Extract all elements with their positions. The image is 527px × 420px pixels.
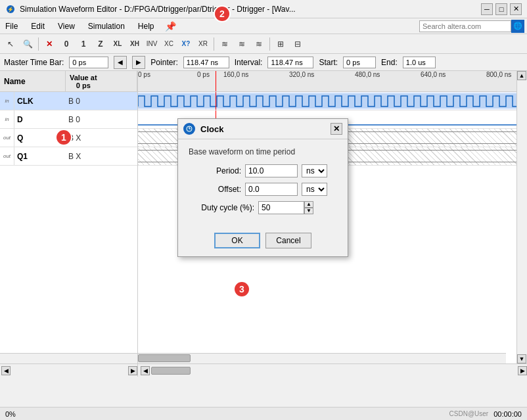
d-value: B 0	[66, 115, 80, 124]
close-button[interactable]: ✕	[510, 3, 522, 15]
app-icon: ⚡	[5, 4, 16, 14]
tb-btn-xr[interactable]: XR	[195, 36, 211, 52]
window-title: Simulation Waveform Editor - D:/FPGA/Dtr…	[20, 5, 481, 14]
ruler-640ns: 640,0 ns	[421, 71, 446, 78]
ruler-320ns: 320,0 ns	[289, 71, 314, 78]
tb-btn-inv[interactable]: INV	[144, 36, 160, 52]
status-bar: 0% CSDN@User 00:00:00	[0, 407, 527, 420]
dialog-body: Base waveform on time period Period: ns …	[178, 139, 348, 227]
signal-hscroll[interactable]	[0, 353, 137, 363]
tb-btn-x[interactable]: ✕	[41, 36, 57, 52]
pointer-value-input[interactable]	[183, 57, 229, 68]
tb-btn-z[interactable]: Z	[93, 36, 108, 52]
interval-label: Interval:	[235, 58, 263, 67]
status-percent: 0%	[5, 410, 16, 418]
ruler-480ns: 480,0 ns	[355, 71, 380, 78]
dialog-subtitle: Base waveform on time period	[189, 147, 337, 156]
watermark: CSDN@User	[449, 410, 489, 418]
wave-row-clk	[138, 92, 516, 110]
tb-btn-1[interactable]: 1	[76, 36, 91, 52]
start-label: Start:	[319, 58, 338, 67]
annotation-2: 2	[214, 5, 231, 22]
tb-btn-xl[interactable]: XL	[110, 36, 126, 52]
menu-help[interactable]: Help	[135, 20, 157, 32]
interval-value-input[interactable]	[267, 57, 313, 68]
hscroll-thumb[interactable]	[138, 354, 191, 362]
ruler-800ns: 800,0 ns	[486, 71, 511, 78]
period-unit-select[interactable]: ns ps us	[302, 164, 327, 177]
tb-btn-grid[interactable]: ⊞	[273, 36, 288, 52]
wave-left-arrow[interactable]: ◀	[141, 366, 150, 375]
nav-next-button[interactable]: ▶	[132, 56, 145, 69]
search-input[interactable]	[419, 20, 511, 32]
signal-row-q1[interactable]: out Q1 B X	[0, 147, 137, 166]
tb-btn-xc[interactable]: XC	[161, 36, 177, 52]
col-name-header: Name	[0, 71, 66, 91]
signal-row-clk[interactable]: in CLK B 0	[0, 92, 137, 110]
clk-value: B 0	[66, 97, 80, 106]
ruler-160ns: 160,0 ns	[223, 71, 248, 78]
tb-btn-wave2[interactable]: ≋	[234, 36, 250, 52]
vscroll-up[interactable]: ▲	[517, 71, 526, 80]
dialog-close-button[interactable]: ✕	[331, 123, 342, 135]
period-input[interactable]	[245, 164, 298, 177]
pointer-label: Pointer:	[150, 58, 177, 67]
cancel-button[interactable]: Cancel	[265, 233, 311, 248]
wave-right-arrow[interactable]: ▶	[518, 366, 527, 375]
ruler-0ps-2: 0 ps	[197, 71, 210, 78]
spinner-up[interactable]: ▲	[304, 201, 313, 208]
duty-input[interactable]	[258, 201, 304, 214]
dialog-title-bar: Clock ✕	[178, 119, 348, 139]
time-bar: Master Time Bar: ◀ ▶ Pointer: Interval: …	[0, 54, 527, 71]
select-tool-button[interactable]: ↖	[3, 36, 18, 52]
zoom-tool-button[interactable]: 🔍	[20, 36, 35, 52]
q1-type-icon: out	[0, 147, 14, 165]
tb-btn-snap[interactable]: ⊟	[290, 36, 306, 52]
q-type-icon: out	[0, 129, 14, 147]
vscroll[interactable]: ▲ ▼	[516, 71, 527, 363]
menu-view[interactable]: View	[55, 20, 78, 32]
menu-edit[interactable]: Edit	[28, 20, 47, 32]
period-row: Period: ns ps us	[189, 164, 337, 177]
tb-btn-0[interactable]: 0	[58, 36, 74, 52]
maximize-button[interactable]: □	[495, 3, 507, 15]
toolbar-separator-1	[38, 37, 39, 51]
menu-file[interactable]: File	[3, 20, 20, 32]
tb-btn-wave3[interactable]: ≋	[251, 36, 267, 52]
d-name: D	[14, 115, 66, 124]
end-value-input[interactable]	[403, 57, 436, 68]
clk-waveform-svg	[138, 92, 516, 110]
window-controls: ─ □ ✕	[481, 3, 522, 15]
tb-btn-clock[interactable]: X?	[178, 36, 194, 52]
minimize-button[interactable]: ─	[481, 3, 493, 15]
pin-icon[interactable]: 📌	[165, 21, 176, 32]
search-globe-button[interactable]: 🌐	[511, 20, 524, 33]
offset-unit-select[interactable]: ns ps us	[302, 183, 327, 196]
offset-input[interactable]	[245, 183, 298, 196]
clk-name: CLK	[14, 97, 66, 106]
offset-label: Offset:	[189, 185, 241, 194]
ruler-0ps: 0 ps	[138, 71, 150, 78]
dialog-icon	[183, 123, 195, 135]
start-value-input[interactable]	[343, 57, 376, 68]
waveform-hscroll[interactable]	[138, 353, 506, 363]
search-container: 🌐	[419, 20, 524, 33]
wave-hscroll-thumb[interactable]	[151, 367, 191, 375]
vscroll-down[interactable]: ▼	[517, 354, 526, 363]
ok-button[interactable]: OK	[214, 233, 260, 248]
signal-row-d[interactable]: in D B 0	[0, 110, 137, 129]
master-time-input[interactable]	[69, 57, 108, 68]
menu-simulation[interactable]: Simulation	[85, 20, 127, 32]
signal-scroll-area[interactable]: ◀ ▶	[0, 364, 138, 377]
tb-btn-wave1[interactable]: ≋	[217, 36, 233, 52]
nav-prev-button[interactable]: ◀	[114, 56, 127, 69]
tb-btn-xh[interactable]: XH	[127, 36, 143, 52]
wave-scroll-area[interactable]: ◀ ▶	[138, 364, 527, 377]
offset-row: Offset: ns ps us	[189, 183, 337, 196]
spinner-down[interactable]: ▼	[304, 208, 313, 214]
clk-type-icon: in	[0, 92, 14, 110]
left-arrow[interactable]: ◀	[1, 366, 11, 375]
end-label: End:	[381, 58, 398, 67]
right-arrow[interactable]: ▶	[128, 366, 137, 375]
signal-panel: Name Value at0 ps in CLK B 0 in D B 0 ou…	[0, 71, 138, 363]
